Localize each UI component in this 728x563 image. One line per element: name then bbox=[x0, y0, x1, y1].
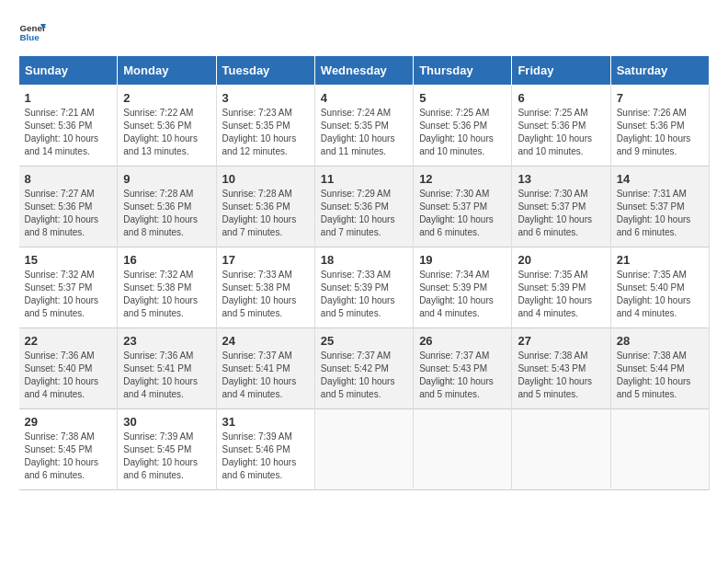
calendar-week-row: 8Sunrise: 7:27 AMSunset: 5:36 PMDaylight… bbox=[19, 167, 710, 247]
day-number: 30 bbox=[123, 415, 210, 429]
day-number: 31 bbox=[222, 415, 309, 429]
calendar-day-cell: 12Sunrise: 7:30 AMSunset: 5:37 PMDayligh… bbox=[414, 167, 512, 247]
day-number: 23 bbox=[123, 334, 210, 348]
day-number: 28 bbox=[617, 334, 703, 348]
calendar-day-cell: 15Sunrise: 7:32 AMSunset: 5:37 PMDayligh… bbox=[19, 247, 118, 328]
calendar-day-cell: 2Sunrise: 7:22 AMSunset: 5:36 PMDaylight… bbox=[118, 86, 216, 167]
day-info: Sunrise: 7:28 AMSunset: 5:36 PMDaylight:… bbox=[222, 188, 309, 239]
day-number: 11 bbox=[321, 172, 407, 186]
day-info: Sunrise: 7:25 AMSunset: 5:36 PMDaylight:… bbox=[518, 107, 604, 158]
calendar-day-cell: 20Sunrise: 7:35 AMSunset: 5:39 PMDayligh… bbox=[512, 247, 610, 328]
day-number: 12 bbox=[419, 172, 506, 186]
calendar-day-cell bbox=[610, 409, 709, 490]
day-number: 20 bbox=[518, 253, 604, 267]
day-number: 14 bbox=[617, 172, 703, 186]
calendar-day-cell: 29Sunrise: 7:38 AMSunset: 5:45 PMDayligh… bbox=[19, 409, 118, 490]
calendar-day-cell: 24Sunrise: 7:37 AMSunset: 5:41 PMDayligh… bbox=[216, 328, 314, 409]
day-info: Sunrise: 7:24 AMSunset: 5:35 PMDaylight:… bbox=[321, 107, 407, 158]
weekday-header-sunday: Sunday bbox=[19, 56, 118, 86]
day-info: Sunrise: 7:25 AMSunset: 5:36 PMDaylight:… bbox=[419, 107, 506, 158]
calendar-day-cell: 14Sunrise: 7:31 AMSunset: 5:37 PMDayligh… bbox=[610, 167, 709, 247]
day-info: Sunrise: 7:36 AMSunset: 5:40 PMDaylight:… bbox=[25, 350, 112, 401]
day-info: Sunrise: 7:35 AMSunset: 5:40 PMDaylight:… bbox=[617, 269, 703, 320]
day-info: Sunrise: 7:38 AMSunset: 5:43 PMDaylight:… bbox=[518, 350, 604, 401]
day-info: Sunrise: 7:33 AMSunset: 5:38 PMDaylight:… bbox=[222, 269, 309, 320]
calendar-day-cell bbox=[414, 409, 512, 490]
day-info: Sunrise: 7:32 AMSunset: 5:38 PMDaylight:… bbox=[123, 269, 210, 320]
day-number: 10 bbox=[222, 172, 309, 186]
calendar-day-cell: 23Sunrise: 7:36 AMSunset: 5:41 PMDayligh… bbox=[118, 328, 216, 409]
calendar-week-row: 29Sunrise: 7:38 AMSunset: 5:45 PMDayligh… bbox=[19, 409, 710, 490]
day-number: 24 bbox=[222, 334, 309, 348]
day-number: 3 bbox=[222, 91, 309, 105]
header: General Blue bbox=[18, 18, 710, 46]
day-number: 25 bbox=[321, 334, 407, 348]
day-info: Sunrise: 7:21 AMSunset: 5:36 PMDaylight:… bbox=[25, 107, 112, 158]
day-number: 27 bbox=[518, 334, 604, 348]
day-info: Sunrise: 7:28 AMSunset: 5:36 PMDaylight:… bbox=[123, 188, 210, 239]
day-info: Sunrise: 7:35 AMSunset: 5:39 PMDaylight:… bbox=[518, 269, 604, 320]
day-info: Sunrise: 7:39 AMSunset: 5:46 PMDaylight:… bbox=[222, 431, 309, 482]
day-info: Sunrise: 7:22 AMSunset: 5:36 PMDaylight:… bbox=[123, 107, 210, 158]
day-number: 8 bbox=[25, 172, 112, 186]
calendar-day-cell: 27Sunrise: 7:38 AMSunset: 5:43 PMDayligh… bbox=[512, 328, 610, 409]
day-number: 13 bbox=[518, 172, 604, 186]
day-number: 1 bbox=[25, 91, 112, 105]
day-number: 17 bbox=[222, 253, 309, 267]
day-number: 2 bbox=[123, 91, 210, 105]
calendar-day-cell: 13Sunrise: 7:30 AMSunset: 5:37 PMDayligh… bbox=[512, 167, 610, 247]
weekday-header-wednesday: Wednesday bbox=[314, 56, 413, 86]
calendar-day-cell: 31Sunrise: 7:39 AMSunset: 5:46 PMDayligh… bbox=[216, 409, 314, 490]
day-number: 18 bbox=[321, 253, 407, 267]
day-info: Sunrise: 7:37 AMSunset: 5:41 PMDaylight:… bbox=[222, 350, 309, 401]
calendar-day-cell: 7Sunrise: 7:26 AMSunset: 5:36 PMDaylight… bbox=[610, 86, 709, 167]
day-number: 4 bbox=[321, 91, 407, 105]
day-info: Sunrise: 7:32 AMSunset: 5:37 PMDaylight:… bbox=[25, 269, 112, 320]
day-info: Sunrise: 7:23 AMSunset: 5:35 PMDaylight:… bbox=[222, 107, 309, 158]
day-info: Sunrise: 7:30 AMSunset: 5:37 PMDaylight:… bbox=[518, 188, 604, 239]
day-info: Sunrise: 7:37 AMSunset: 5:43 PMDaylight:… bbox=[419, 350, 506, 401]
calendar-day-cell: 30Sunrise: 7:39 AMSunset: 5:45 PMDayligh… bbox=[118, 409, 216, 490]
svg-text:Blue: Blue bbox=[20, 32, 40, 42]
calendar-week-row: 1Sunrise: 7:21 AMSunset: 5:36 PMDaylight… bbox=[19, 86, 710, 167]
logo: General Blue bbox=[18, 18, 46, 46]
logo-icon: General Blue bbox=[18, 18, 46, 46]
calendar-day-cell bbox=[314, 409, 413, 490]
calendar-table: SundayMondayTuesdayWednesdayThursdayFrid… bbox=[18, 55, 710, 490]
day-number: 29 bbox=[25, 415, 112, 429]
day-info: Sunrise: 7:37 AMSunset: 5:42 PMDaylight:… bbox=[321, 350, 407, 401]
calendar-day-cell: 19Sunrise: 7:34 AMSunset: 5:39 PMDayligh… bbox=[414, 247, 512, 328]
calendar-day-cell: 22Sunrise: 7:36 AMSunset: 5:40 PMDayligh… bbox=[19, 328, 118, 409]
calendar-day-cell bbox=[512, 409, 610, 490]
day-info: Sunrise: 7:30 AMSunset: 5:37 PMDaylight:… bbox=[419, 188, 506, 239]
calendar-day-cell: 11Sunrise: 7:29 AMSunset: 5:36 PMDayligh… bbox=[314, 167, 413, 247]
day-number: 19 bbox=[419, 253, 506, 267]
calendar-day-cell: 8Sunrise: 7:27 AMSunset: 5:36 PMDaylight… bbox=[19, 167, 118, 247]
day-info: Sunrise: 7:38 AMSunset: 5:44 PMDaylight:… bbox=[617, 350, 703, 401]
calendar-day-cell: 3Sunrise: 7:23 AMSunset: 5:35 PMDaylight… bbox=[216, 86, 314, 167]
day-number: 22 bbox=[25, 334, 112, 348]
calendar-day-cell: 1Sunrise: 7:21 AMSunset: 5:36 PMDaylight… bbox=[19, 86, 118, 167]
calendar-day-cell: 25Sunrise: 7:37 AMSunset: 5:42 PMDayligh… bbox=[314, 328, 413, 409]
day-number: 5 bbox=[419, 91, 506, 105]
day-info: Sunrise: 7:27 AMSunset: 5:36 PMDaylight:… bbox=[25, 188, 112, 239]
calendar-day-cell: 17Sunrise: 7:33 AMSunset: 5:38 PMDayligh… bbox=[216, 247, 314, 328]
weekday-header-tuesday: Tuesday bbox=[216, 56, 314, 86]
day-info: Sunrise: 7:38 AMSunset: 5:45 PMDaylight:… bbox=[25, 431, 112, 482]
calendar-day-cell: 10Sunrise: 7:28 AMSunset: 5:36 PMDayligh… bbox=[216, 167, 314, 247]
day-number: 26 bbox=[419, 334, 506, 348]
day-info: Sunrise: 7:34 AMSunset: 5:39 PMDaylight:… bbox=[419, 269, 506, 320]
weekday-header-saturday: Saturday bbox=[610, 56, 709, 86]
weekday-header-monday: Monday bbox=[118, 56, 216, 86]
weekday-header-thursday: Thursday bbox=[414, 56, 512, 86]
day-info: Sunrise: 7:33 AMSunset: 5:39 PMDaylight:… bbox=[321, 269, 407, 320]
day-info: Sunrise: 7:29 AMSunset: 5:36 PMDaylight:… bbox=[321, 188, 407, 239]
weekday-header-row: SundayMondayTuesdayWednesdayThursdayFrid… bbox=[19, 56, 710, 86]
calendar-day-cell: 5Sunrise: 7:25 AMSunset: 5:36 PMDaylight… bbox=[414, 86, 512, 167]
calendar-day-cell: 16Sunrise: 7:32 AMSunset: 5:38 PMDayligh… bbox=[118, 247, 216, 328]
calendar-day-cell: 28Sunrise: 7:38 AMSunset: 5:44 PMDayligh… bbox=[610, 328, 709, 409]
day-number: 9 bbox=[123, 172, 210, 186]
day-info: Sunrise: 7:31 AMSunset: 5:37 PMDaylight:… bbox=[617, 188, 703, 239]
calendar-week-row: 15Sunrise: 7:32 AMSunset: 5:37 PMDayligh… bbox=[19, 247, 710, 328]
day-number: 6 bbox=[518, 91, 604, 105]
